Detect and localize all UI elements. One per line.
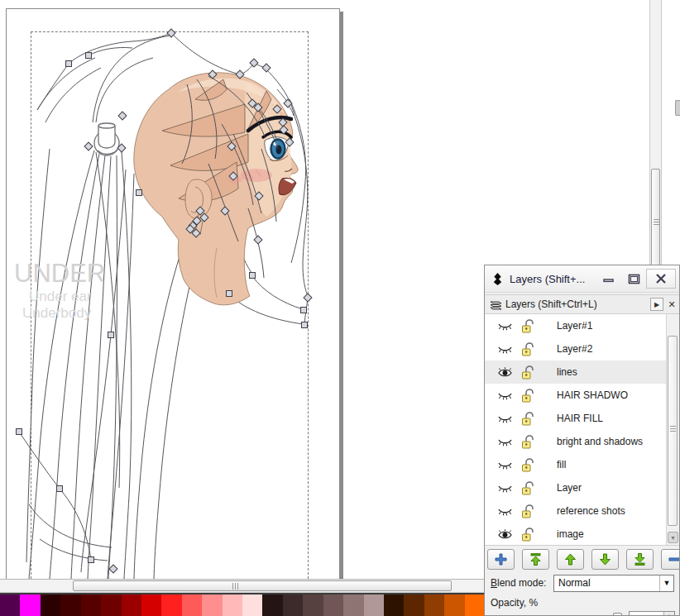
close-button[interactable] [646,269,676,289]
palette-swatch[interactable] [101,595,121,616]
lock-open-icon [521,365,534,380]
palette-swatch[interactable] [0,595,20,616]
palette-swatch[interactable] [242,595,262,616]
palette-swatch[interactable] [60,595,80,616]
lock-toggle[interactable] [520,365,534,380]
visibility-toggle[interactable] [496,483,514,494]
inkscape-window: UNDER Under ear Underbody [0,0,680,616]
blend-mode-select[interactable]: Normal ▼ [553,575,674,592]
visibility-toggle[interactable] [496,529,514,540]
spin-buttons[interactable]: ▲▼ [663,612,674,616]
scrollbar-grip-icon [654,219,659,227]
visibility-toggle[interactable] [496,321,514,332]
layer-list-scrollbar-thumb[interactable] [668,336,678,526]
palette-swatch[interactable] [182,595,202,616]
add-layer-button[interactable] [487,549,515,570]
minus-icon [668,552,680,566]
layer-row[interactable]: HAIR FILL [485,407,679,430]
palette-swatch[interactable] [364,595,384,616]
palette-swatch[interactable] [384,595,404,616]
lock-toggle[interactable] [520,504,534,518]
layer-row[interactable]: image [485,523,679,546]
close-icon [655,274,667,284]
right-edge-widget[interactable] [675,100,680,116]
slider-handle[interactable] [613,613,622,616]
lock-open-icon [521,504,534,518]
spin-up-icon[interactable]: ▲ [664,612,674,616]
layer-row[interactable]: Layer [485,476,679,499]
vertical-scrollbar-thumb[interactable] [651,169,660,278]
lock-toggle[interactable] [520,481,534,495]
opacity-spinbox[interactable]: 100.0 ▲▼ [629,611,675,616]
minimize-button[interactable] [596,269,621,289]
palette-swatch[interactable] [303,595,323,616]
palette-swatch[interactable] [444,595,464,616]
visibility-toggle[interactable] [496,367,514,378]
lock-toggle[interactable] [520,412,534,426]
lower-layer-to-bottom-button[interactable] [626,549,654,570]
palette-swatch[interactable] [122,595,141,616]
lock-open-icon [521,435,534,449]
visibility-toggle[interactable] [496,413,514,424]
scrollbar-grip-icon [232,583,238,590]
lock-toggle[interactable] [520,389,534,403]
lock-toggle[interactable] [520,458,534,472]
palette-swatch[interactable] [81,595,101,616]
layer-row[interactable]: HAIR SHADWO [485,384,679,407]
visibility-toggle[interactable] [496,344,514,355]
layer-row[interactable]: Layer#1 [485,314,679,337]
layer-row[interactable]: fill [485,453,679,476]
palette-swatch[interactable] [465,595,485,616]
lock-open-icon [521,412,534,426]
palette-swatch[interactable] [202,595,222,616]
layer-name: HAIR FILL [557,413,603,424]
scroll-down-button[interactable]: ▼ [668,532,678,543]
eye-closed-icon [497,413,513,424]
layer-list: Layer#1 Layer#2 [485,314,679,546]
raise-layer-button[interactable] [557,549,584,570]
palette-swatch[interactable] [343,595,363,616]
eye-closed-icon [497,321,513,332]
visibility-toggle[interactable] [496,437,514,447]
delete-layer-button[interactable] [661,549,680,570]
layer-row[interactable]: lines [485,361,679,384]
artwork-labels: UNDER Under ear Underbody [14,259,105,321]
palette-swatch[interactable] [161,595,181,616]
palette-swatch[interactable] [41,595,60,616]
layer-row[interactable]: bright and shadows [485,430,679,453]
label-under-ear: Under ear [29,289,92,304]
layer-row[interactable]: Layer#2 [485,337,679,361]
eye-closed-icon [497,344,513,355]
layer-list-scrollbar[interactable]: ▼ [666,314,679,546]
horizontal-scrollbar-thumb[interactable] [73,580,452,591]
panel-close-button[interactable]: ✕ [666,298,678,311]
lower-layer-button[interactable] [591,549,619,570]
palette-swatch[interactable] [223,595,242,616]
raise-layer-to-top-button[interactable] [522,549,549,570]
palette-swatch[interactable] [424,595,444,616]
lock-toggle[interactable] [520,435,534,449]
layer-name: bright and shadows [557,436,643,447]
visibility-toggle[interactable] [496,390,514,401]
lock-toggle[interactable] [520,528,534,542]
chevron-down-icon: ▼ [659,575,673,591]
opacity-label: Opacity, % [485,592,679,609]
dialog-titlebar[interactable]: Layers (Shift+... [485,265,679,293]
palette-swatch[interactable] [141,595,161,616]
visibility-toggle[interactable] [496,506,514,517]
lock-open-icon [521,342,534,356]
opacity-slider[interactable] [491,613,624,616]
palette-swatch[interactable] [323,595,343,616]
lock-toggle[interactable] [520,319,534,333]
palette-swatch[interactable] [283,595,303,616]
panel-menu-button[interactable]: ▶ [650,298,663,311]
layer-name: HAIR SHADWO [557,389,628,401]
lock-open-icon [521,481,534,495]
palette-swatch[interactable] [262,595,282,616]
maximize-button[interactable] [621,269,646,289]
layer-row[interactable]: reference shots [485,499,679,523]
lock-toggle[interactable] [520,342,534,356]
palette-swatch[interactable] [404,595,424,616]
visibility-toggle[interactable] [496,460,514,470]
palette-swatch[interactable] [20,595,40,616]
